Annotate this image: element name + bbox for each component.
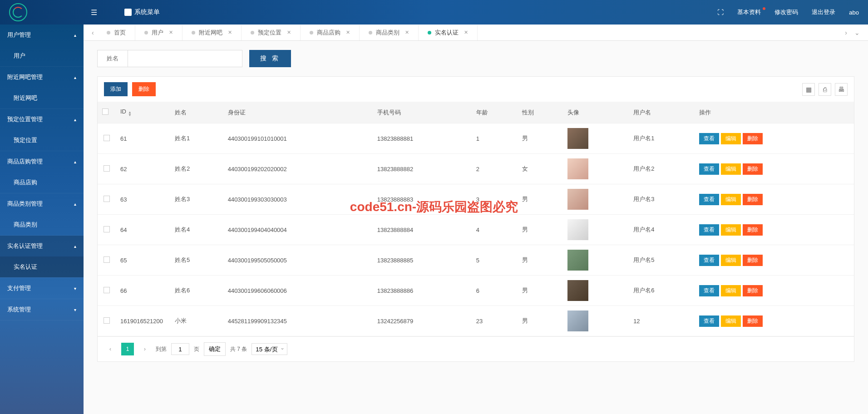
tab-dropdown-icon[interactable]: ⌄ bbox=[851, 29, 863, 36]
search-input[interactable] bbox=[128, 50, 242, 67]
column-header[interactable]: 操作 bbox=[695, 102, 854, 123]
row-checkbox[interactable] bbox=[104, 256, 110, 263]
cell-id: 64 bbox=[116, 215, 170, 245]
row-checkbox[interactable] bbox=[104, 135, 110, 141]
row-delete-button[interactable]: 删除 bbox=[743, 133, 763, 144]
page-confirm-button[interactable]: 确定 bbox=[204, 342, 226, 356]
column-header[interactable]: 年龄 bbox=[472, 102, 518, 123]
view-button[interactable]: 查看 bbox=[699, 224, 719, 236]
column-header[interactable]: ID▲▼ bbox=[116, 102, 170, 123]
tab-scroll-right-icon[interactable]: › bbox=[841, 29, 851, 36]
sidebar-toggle-icon[interactable]: ☰ bbox=[91, 8, 97, 17]
sidebar-item[interactable]: 商品店购 bbox=[0, 172, 84, 193]
page-number[interactable]: 1 bbox=[121, 343, 134, 355]
page-next-icon[interactable]: › bbox=[138, 343, 151, 355]
delete-button[interactable]: 删除 bbox=[132, 82, 156, 96]
cell-actions: 查看 编辑 删除 bbox=[695, 123, 854, 154]
cell-idcard: 440300199101010001 bbox=[223, 123, 373, 154]
row-checkbox[interactable] bbox=[104, 317, 110, 324]
sidebar-group-header[interactable]: 支付管理▾ bbox=[0, 278, 84, 299]
tab[interactable]: 商品类别✕ bbox=[360, 25, 419, 40]
select-all-checkbox[interactable] bbox=[102, 108, 108, 115]
sidebar-group-header[interactable]: 附近网吧管理▴ bbox=[0, 67, 84, 88]
column-header[interactable]: 手机号码 bbox=[373, 102, 472, 123]
row-delete-button[interactable]: 删除 bbox=[743, 285, 763, 296]
edit-button[interactable]: 编辑 bbox=[721, 315, 741, 327]
view-button[interactable]: 查看 bbox=[699, 285, 719, 296]
edit-button[interactable]: 编辑 bbox=[721, 163, 741, 175]
tab-scroll-left-icon[interactable]: ‹ bbox=[88, 29, 98, 36]
row-checkbox[interactable] bbox=[104, 226, 110, 232]
sidebar-item[interactable]: 商品类别 bbox=[0, 214, 84, 235]
row-delete-button[interactable]: 删除 bbox=[743, 255, 763, 266]
column-header[interactable]: 头像 bbox=[563, 102, 629, 123]
sidebar-group-header[interactable]: 实名认证管理▴ bbox=[0, 236, 84, 256]
cell-age: 4 bbox=[472, 215, 518, 245]
page-prev-icon[interactable]: ‹ bbox=[104, 343, 117, 355]
columns-icon[interactable]: ▦ bbox=[802, 83, 815, 96]
close-icon[interactable]: ✕ bbox=[287, 30, 291, 35]
basic-info-link[interactable]: 基本资料 bbox=[737, 8, 761, 16]
tab[interactable]: 商品店购✕ bbox=[301, 25, 360, 40]
view-button[interactable]: 查看 bbox=[699, 315, 719, 327]
sidebar-item[interactable]: 实名认证 bbox=[0, 256, 84, 277]
row-checkbox[interactable] bbox=[104, 287, 110, 293]
logout-link[interactable]: 退出登录 bbox=[812, 8, 835, 16]
tab[interactable]: 实名认证✕ bbox=[419, 25, 478, 40]
change-password-link[interactable]: 修改密码 bbox=[774, 8, 798, 16]
sidebar-group-label: 用户管理 bbox=[7, 31, 31, 39]
tab[interactable]: 附近网吧✕ bbox=[182, 25, 242, 40]
close-icon[interactable]: ✕ bbox=[169, 30, 173, 35]
sidebar-item[interactable]: 用户 bbox=[0, 45, 84, 66]
sidebar-item[interactable]: 附近网吧 bbox=[0, 88, 84, 108]
row-delete-button[interactable]: 删除 bbox=[743, 194, 763, 205]
column-header[interactable]: 身份证 bbox=[223, 102, 373, 123]
search-button[interactable]: 搜 索 bbox=[249, 50, 291, 67]
close-icon[interactable]: ✕ bbox=[464, 30, 468, 35]
sidebar-group-header[interactable]: 预定位置管理▴ bbox=[0, 109, 84, 130]
row-delete-button[interactable]: 删除 bbox=[743, 163, 763, 175]
export-icon[interactable]: ⎙ bbox=[819, 83, 831, 96]
chevron-up-icon: ▴ bbox=[74, 244, 76, 249]
close-icon[interactable]: ✕ bbox=[346, 30, 350, 35]
close-icon[interactable]: ✕ bbox=[405, 30, 409, 35]
cell-phone: 13823888885 bbox=[373, 245, 472, 276]
system-menu-button[interactable]: 系统菜单 bbox=[124, 8, 160, 16]
row-delete-button[interactable]: 删除 bbox=[743, 315, 763, 327]
tab[interactable]: 预定位置✕ bbox=[242, 25, 301, 40]
username-label[interactable]: abo bbox=[849, 9, 859, 16]
tab[interactable]: 首页 bbox=[98, 25, 135, 40]
sidebar-group-header[interactable]: 商品店购管理▴ bbox=[0, 151, 84, 172]
view-button[interactable]: 查看 bbox=[699, 133, 719, 144]
close-icon[interactable]: ✕ bbox=[228, 30, 232, 35]
print-icon[interactable]: 🖶 bbox=[835, 83, 848, 96]
edit-button[interactable]: 编辑 bbox=[721, 224, 741, 236]
edit-button[interactable]: 编辑 bbox=[721, 194, 741, 205]
sidebar-group-header[interactable]: 商品类别管理▴ bbox=[0, 193, 84, 214]
fullscreen-icon[interactable]: ⛶ bbox=[717, 9, 724, 16]
page-input[interactable] bbox=[171, 343, 189, 355]
add-button[interactable]: 添加 bbox=[104, 82, 128, 96]
column-header[interactable]: 姓名 bbox=[170, 102, 223, 123]
sidebar-group-header[interactable]: 系统管理▾ bbox=[0, 299, 84, 320]
view-button[interactable]: 查看 bbox=[699, 255, 719, 266]
page-body: 姓名 搜 索 添加 删除 ▦ ⎙ 🖶 ID▲▼姓名身份证手机号码年龄性别头像用户 bbox=[84, 41, 868, 414]
edit-button[interactable]: 编辑 bbox=[721, 255, 741, 266]
table-row: 65 姓名5 440300199505050005 13823888885 5 … bbox=[98, 245, 854, 276]
tab-label: 附近网吧 bbox=[199, 29, 222, 37]
row-delete-button[interactable]: 删除 bbox=[743, 224, 763, 236]
sidebar-group-header[interactable]: 用户管理▴ bbox=[0, 25, 84, 45]
row-checkbox[interactable] bbox=[104, 165, 110, 172]
tab[interactable]: 用户✕ bbox=[135, 25, 182, 40]
column-header[interactable]: 性别 bbox=[518, 102, 563, 123]
row-checkbox[interactable] bbox=[104, 196, 110, 202]
chevron-up-icon: ▴ bbox=[74, 75, 76, 80]
column-header[interactable]: 用户名 bbox=[629, 102, 695, 123]
menu-icon bbox=[124, 9, 132, 16]
sidebar-item[interactable]: 预定位置 bbox=[0, 130, 84, 151]
edit-button[interactable]: 编辑 bbox=[721, 285, 741, 296]
view-button[interactable]: 查看 bbox=[699, 163, 719, 175]
view-button[interactable]: 查看 bbox=[699, 194, 719, 205]
edit-button[interactable]: 编辑 bbox=[721, 133, 741, 144]
page-size-select[interactable]: 15 条/页 bbox=[252, 343, 287, 355]
